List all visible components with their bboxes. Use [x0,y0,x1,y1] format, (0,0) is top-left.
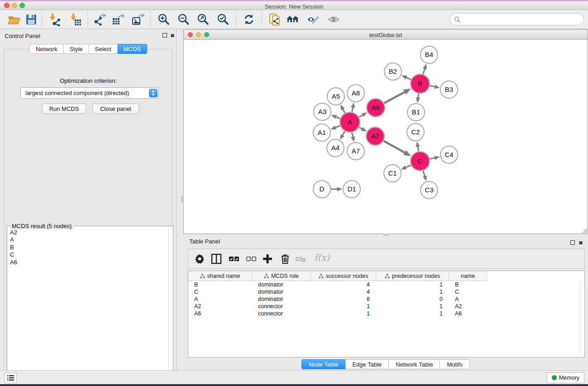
run-mcds-button[interactable]: Run MCDS [42,104,86,114]
graph-edge-A-A1[interactable] [334,126,340,128]
tab-node-table[interactable]: Node Table [301,359,346,369]
cell-MCDS-role[interactable]: connector [252,310,311,317]
cell-shared-name[interactable]: C [188,288,252,295]
export-table-icon[interactable] [111,13,125,26]
graph-edge-A-A5[interactable] [342,108,345,113]
bottom-scroll-stub[interactable] [383,234,389,236]
tab-motifs[interactable]: Motifs [440,359,470,369]
criterion-dropdown[interactable]: largest connected component (directed) [20,87,159,99]
table-row-C[interactable]: Cdominator41C [188,288,584,295]
network-graph[interactable]: B4B2BB3A8A5A6B1A3AC2A1A2A4A7C4CC1DD1C3 [184,40,588,234]
cell-name[interactable]: A2 [449,303,487,310]
cell-successor-nodes[interactable]: 8 [311,295,376,303]
select-all-icon[interactable] [228,253,240,265]
save-session-icon[interactable] [24,13,38,26]
export-network-icon[interactable] [93,13,106,26]
zoom-out-icon[interactable] [177,13,191,26]
add-column-icon[interactable] [262,253,273,265]
table-row-B[interactable]: Bdominator41B [188,281,584,288]
graph-edge-A2-C[interactable] [383,141,406,153]
cell-name[interactable]: A [449,295,487,303]
cell-shared-name[interactable]: A2 [188,303,252,310]
resize-grip-icon[interactable] [582,228,587,233]
graph-edge-B-B1[interactable] [418,94,419,100]
graph-edge-A-A2[interactable] [359,127,363,129]
zoom-in-icon[interactable] [157,13,171,26]
cell-predecessor-nodes[interactable]: 1 [376,310,449,317]
graph-edge-C-C3[interactable] [423,171,425,177]
float-panel-icon[interactable] [163,33,167,39]
cell-successor-nodes[interactable]: 4 [311,281,376,288]
import-table-icon[interactable] [69,13,82,26]
hide-graphics-details-icon[interactable] [306,13,320,26]
cell-predecessor-nodes[interactable]: 0 [376,295,449,303]
tab-network-table[interactable]: Network Table [389,359,440,369]
tab-network[interactable]: Network [29,44,64,54]
refresh-view-icon[interactable] [242,13,256,26]
cell-MCDS-role[interactable]: connector [252,303,311,310]
delete-table-icon[interactable] [295,253,306,265]
graph-edge-B-B3[interactable] [430,86,436,87]
tab-select[interactable]: Select [89,44,118,54]
cell-shared-name[interactable]: B [188,281,252,288]
column-header-successor-nodes[interactable]: successor nodes [311,271,376,281]
cell-successor-nodes[interactable]: 4 [311,288,376,295]
cell-MCDS-role[interactable]: dominator [252,281,311,288]
graph-edge-B-B4[interactable] [423,67,425,74]
cell-shared-name[interactable]: A [188,295,252,303]
memory-button[interactable]: Memory [547,372,584,383]
search-input[interactable] [449,13,584,25]
delete-column-icon[interactable] [279,253,291,265]
cell-MCDS-role[interactable]: dominator [252,288,311,295]
cell-MCDS-role[interactable]: dominator [252,295,311,303]
cell-name[interactable]: C [449,288,487,295]
cell-shared-name[interactable]: A6 [188,310,252,317]
close-panel-icon[interactable]: ✖ [170,33,175,39]
function-builder-icon[interactable]: f(x) [314,252,330,264]
graph-edge-A-A4[interactable] [342,131,345,137]
graph-edge-C-C1[interactable] [405,165,411,168]
table-row-A6[interactable]: A6connector11A6 [188,310,584,317]
cell-predecessor-nodes[interactable]: 1 [376,281,449,288]
graph-edge-B-B2[interactable] [405,77,411,80]
column-header-predecessor-nodes[interactable]: predecessor nodes [376,271,449,281]
graph-edge-A6-B[interactable] [384,91,406,103]
zoom-selected-icon[interactable] [216,13,230,26]
import-network-icon[interactable] [48,13,62,26]
cell-successor-nodes[interactable]: 1 [311,303,376,310]
task-history-button[interactable] [5,372,17,383]
graph-edge-A-A7[interactable] [352,133,354,138]
cell-predecessor-nodes[interactable]: 1 [376,288,449,295]
result-scrollbar[interactable] [168,227,172,381]
cell-predecessor-nodes[interactable]: 1 [376,303,449,310]
tab-mcds[interactable]: MCDS [118,44,147,54]
deselect-all-icon[interactable] [245,253,257,265]
table-row-A[interactable]: Adominator80A [188,295,584,303]
graph-edge-A-A3[interactable] [335,116,340,119]
export-image-icon[interactable] [131,13,145,26]
table-row-A2[interactable]: A2connector11A2 [188,303,584,310]
cell-name[interactable]: B [449,281,487,288]
graph-edge-C-C4[interactable] [430,157,436,159]
table-close-icon[interactable]: ✖ [578,240,583,246]
open-session-icon[interactable] [7,13,21,26]
cell-successor-nodes[interactable]: 1 [311,310,376,317]
graph-edge-A-A6[interactable] [359,114,364,117]
tab-style[interactable]: Style [64,44,89,54]
tab-edge-table[interactable]: Edge Table [345,359,389,369]
show-graphics-details-icon[interactable] [327,13,340,26]
table-settings-icon[interactable] [194,253,206,265]
column-header-shared-name[interactable]: shared name [188,271,252,281]
table-scrollbar[interactable] [579,281,584,357]
graph-edge-A-A8[interactable] [352,106,354,112]
home-layout-icon[interactable] [286,13,300,26]
column-header-name[interactable]: name [449,271,487,281]
column-header-MCDS-role[interactable]: MCDS role [252,271,311,281]
table-float-icon[interactable] [570,240,575,246]
graph-edge-C-C2[interactable] [417,145,418,152]
close-panel-button[interactable]: Close panel [92,104,139,114]
split-panel-icon[interactable] [210,253,222,265]
left-scroll-stub[interactable] [181,196,184,202]
zoom-fit-icon[interactable] [196,13,210,26]
cell-name[interactable]: A6 [449,310,487,317]
